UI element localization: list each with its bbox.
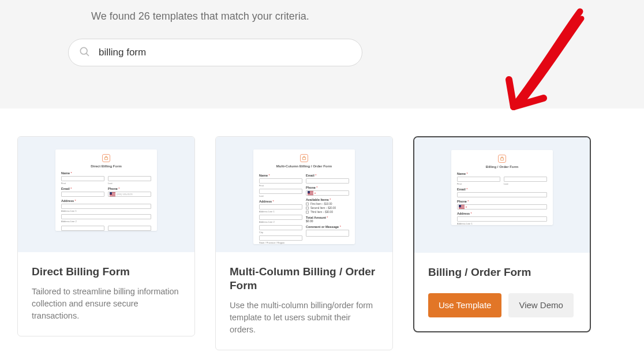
preview-form-title: Direct Billing Form — [61, 164, 151, 168]
preview-label: Phone — [457, 200, 547, 203]
template-preview: Billing / Order Form Name First Last Ema… — [414, 137, 590, 253]
preview-check-label: Second Item – $20.00 — [310, 207, 336, 209]
template-description: Use the multi-column billing/order form … — [230, 300, 379, 336]
preview-hint: First — [259, 184, 302, 187]
preview-total: $0.00 — [306, 219, 349, 223]
svg-rect-3 — [302, 158, 305, 160]
preview-placeholder: (201) 555-0123 — [117, 193, 132, 196]
preview-label: Email — [306, 174, 349, 177]
preview-label: Address — [61, 199, 151, 203]
preview-label: Address — [457, 212, 547, 215]
template-title: Multi-Column Billing / Order Form — [230, 265, 379, 293]
preview-label: Address — [259, 200, 302, 203]
preview-hint: Address Line 1 — [457, 222, 547, 225]
preview-label: Available Items — [306, 198, 349, 201]
template-card-direct-billing[interactable]: Direct Billing Form Name First Last Emai… — [17, 136, 195, 336]
preview-check-label: Third Item – $30.00 — [310, 211, 333, 214]
svg-line-1 — [87, 54, 89, 56]
svg-rect-2 — [104, 158, 107, 160]
preview-check-label: First Item – $10.00 — [310, 203, 332, 205]
preview-hint: Address Line 1 — [61, 209, 151, 212]
preview-hint: Address Line 1 — [259, 210, 302, 213]
preview-hint: Last — [504, 182, 547, 185]
preview-hint: Last — [259, 194, 302, 197]
template-title: Billing / Order Form — [428, 265, 576, 279]
template-title: Direct Billing Form — [32, 265, 181, 279]
preview-label: Email — [457, 188, 547, 191]
preview-label: Phone — [306, 186, 349, 189]
svg-rect-4 — [500, 158, 503, 160]
preview-hint: Address Line 2 — [259, 220, 302, 223]
template-description: Tailored to streamline billing informati… — [32, 286, 181, 322]
preview-label: Email — [61, 187, 104, 190]
flag-icon — [459, 205, 465, 209]
template-card-billing-order[interactable]: Billing / Order Form Name First Last Ema… — [413, 136, 591, 332]
preview-label: Phone — [108, 187, 151, 190]
preview-label: Name — [259, 174, 302, 177]
template-preview: Multi-Column Billing / Order Form Name F… — [216, 137, 392, 252]
preview-hint: Address Line 2 — [61, 220, 151, 223]
flag-icon — [308, 191, 313, 195]
svg-point-0 — [80, 47, 87, 54]
results-count-text: We found 26 templates that match your cr… — [91, 10, 644, 23]
preview-hint: State / Province / Region — [259, 241, 302, 244]
search-wrap — [68, 39, 362, 66]
preview-hint: City — [259, 231, 302, 234]
flag-icon — [110, 192, 115, 196]
template-preview: Direct Billing Form Name First Last Emai… — [18, 137, 194, 252]
preview-form-title: Multi-Column Billing / Order Form — [259, 164, 349, 168]
template-card-multi-column[interactable]: Multi-Column Billing / Order Form Name F… — [215, 136, 393, 350]
use-template-button[interactable]: Use Template — [428, 293, 501, 317]
preview-hint: First — [457, 182, 500, 185]
form-logo-icon — [498, 155, 506, 163]
view-demo-button[interactable]: View Demo — [508, 293, 573, 317]
search-icon — [78, 46, 90, 59]
preview-form-title: Billing / Order Form — [457, 165, 547, 169]
preview-label: Comment or Message — [306, 225, 349, 229]
search-input[interactable] — [68, 39, 362, 66]
form-logo-icon — [102, 154, 110, 162]
form-logo-icon — [300, 154, 308, 162]
